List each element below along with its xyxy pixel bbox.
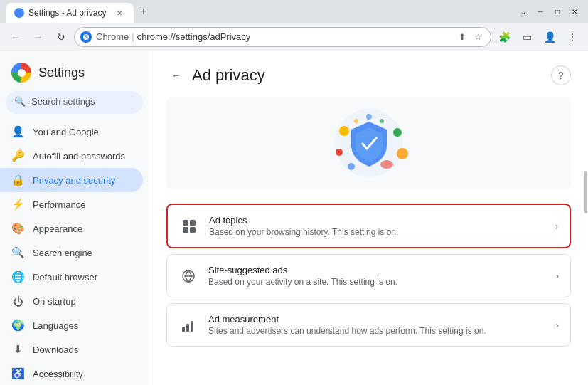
accessibility-icon: ♿ [11, 367, 24, 380]
sidebar-item-label: Downloads [33, 344, 78, 355]
maximize-button[interactable]: □ [550, 4, 565, 19]
svg-point-8 [366, 114, 372, 120]
main-layout: Settings 🔍 Search settings 👤 You and Goo… [0, 51, 588, 385]
sidebar: Settings 🔍 Search settings 👤 You and Goo… [0, 51, 149, 385]
ad-measurement-item[interactable]: Ad measurement Sites and advertisers can… [166, 303, 571, 347]
sidebar-item-label: Autofill and passwords [33, 151, 125, 162]
sidebar-item-label: Accessibility [33, 369, 83, 379]
sidebar-item-label: Privacy and security [33, 175, 115, 186]
extensions-button[interactable]: 🧩 [494, 27, 514, 47]
performance-icon: ⚡ [11, 198, 24, 211]
reload-button[interactable]: ↻ [51, 27, 71, 47]
titlebar: Settings - Ad privacy ✕ + ⌄ ─ □ ✕ [0, 0, 588, 23]
sidebar-item-on-startup[interactable]: ⏻ On startup [0, 289, 143, 313]
ad-measurement-content: Ad measurement Sites and advertisers can… [208, 314, 546, 336]
tab-close-button[interactable]: ✕ [114, 7, 125, 19]
ad-measurement-desc: Sites and advertisers can understand how… [208, 326, 546, 336]
sidebar-item-label: Default browser [33, 272, 97, 283]
ad-topics-item[interactable]: Ad topics Based on your browsing history… [166, 204, 571, 248]
svg-rect-18 [186, 324, 189, 332]
sidebar-item-label: Search engine [33, 248, 92, 258]
svg-rect-12 [190, 220, 196, 226]
sidebar-item-performance[interactable]: ⚡ Performance [0, 192, 143, 216]
page-header-left: ← Ad privacy [166, 65, 265, 85]
site-suggested-ads-arrow: › [556, 271, 559, 281]
sidebar-item-label: On startup [33, 296, 76, 307]
svg-rect-19 [191, 321, 193, 332]
ad-topics-arrow: › [555, 221, 558, 231]
site-info-icon[interactable] [80, 31, 92, 43]
sidebar-item-autofill[interactable]: 🔑 Autofill and passwords [0, 144, 143, 168]
bookmark-button[interactable]: ☆ [471, 30, 485, 44]
titlebar-left: Settings - Ad privacy ✕ + [6, 1, 515, 21]
content-area: ← Ad privacy ? [149, 51, 588, 385]
chrome-logo [11, 63, 31, 83]
close-button[interactable]: ✕ [567, 4, 582, 19]
ad-measurement-icon [178, 315, 198, 335]
chevron-down-button[interactable]: ⌄ [515, 4, 531, 19]
back-button[interactable]: ← [6, 27, 26, 47]
ad-measurement-title: Ad measurement [208, 314, 546, 325]
search-bar[interactable]: 🔍 Search settings [6, 91, 143, 114]
sidebar-item-label: Appearance [33, 223, 82, 234]
downloads-icon: ⬇ [11, 343, 24, 356]
ad-topics-desc: Based on your browsing history. This set… [209, 227, 545, 237]
sidebar-item-label: You and Google [33, 127, 99, 137]
ad-topics-title: Ad topics [209, 215, 545, 226]
you-and-google-icon: 👤 [11, 125, 24, 138]
menu-button[interactable]: ⋮ [562, 27, 582, 47]
ad-topics-content: Ad topics Based on your browsing history… [209, 215, 545, 237]
address-bar[interactable]: Chrome | chrome://settings/adPrivacy ⬆ ☆ [74, 27, 491, 47]
sidebar-item-you-and-google[interactable]: 👤 You and Google [0, 120, 143, 144]
cast-button[interactable]: ▭ [517, 27, 537, 47]
sidebar-item-search-engine[interactable]: 🔍 Search engine [0, 241, 143, 265]
new-tab-button[interactable]: + [134, 1, 154, 21]
sidebar-item-languages[interactable]: 🌍 Languages [0, 313, 143, 337]
appearance-icon: 🎨 [11, 222, 24, 235]
site-suggested-ads-desc: Based on your activity on a site. This s… [208, 277, 546, 287]
languages-icon: 🌍 [11, 319, 24, 332]
ad-topics-icon [179, 216, 199, 236]
svg-rect-14 [190, 227, 196, 233]
search-placeholder: Search settings [31, 96, 95, 107]
address-text: Chrome | chrome://settings/adPrivacy [96, 31, 451, 42]
default-browser-icon: 🌐 [11, 270, 24, 283]
sidebar-item-appearance[interactable]: 🎨 Appearance [0, 216, 143, 241]
address-brand: Chrome [96, 31, 129, 42]
privacy-icon: 🔒 [11, 174, 24, 186]
page-header: ← Ad privacy ? [166, 65, 571, 85]
minimize-button[interactable]: ─ [533, 4, 548, 19]
sidebar-title: Settings [38, 65, 85, 80]
page-title: Ad privacy [192, 66, 265, 85]
sidebar-item-accessibility[interactable]: ♿ Accessibility [0, 362, 143, 385]
sidebar-item-downloads[interactable]: ⬇ Downloads [0, 337, 143, 362]
address-actions: ⬆ ☆ [455, 30, 485, 44]
sidebar-item-default-browser[interactable]: 🌐 Default browser [0, 265, 143, 289]
svg-point-2 [339, 126, 349, 136]
svg-point-5 [397, 148, 408, 159]
forward-button[interactable]: → [28, 27, 48, 47]
tab-favicon [14, 8, 24, 18]
sidebar-item-label: Performance [33, 199, 85, 210]
svg-point-3 [393, 128, 402, 137]
window-controls: ⌄ ─ □ ✕ [515, 4, 582, 19]
svg-rect-17 [182, 327, 185, 332]
address-url: chrome://settings/adPrivacy [137, 31, 251, 42]
svg-rect-13 [183, 227, 188, 233]
active-tab[interactable]: Settings - Ad privacy ✕ [6, 3, 134, 23]
back-navigation-button[interactable]: ← [166, 65, 186, 85]
help-button[interactable]: ? [551, 65, 571, 85]
site-suggested-ads-item[interactable]: Site-suggested ads Based on your activit… [166, 254, 571, 297]
address-separator: | [132, 31, 134, 42]
site-suggested-ads-content: Site-suggested ads Based on your activit… [208, 265, 546, 287]
svg-point-4 [336, 149, 343, 156]
share-button[interactable]: ⬆ [455, 30, 469, 44]
site-suggested-ads-icon [178, 266, 198, 286]
sidebar-item-label: Languages [33, 320, 78, 331]
sidebar-item-privacy[interactable]: 🔒 Privacy and security [0, 168, 143, 192]
profile-button[interactable]: 👤 [540, 27, 560, 47]
svg-rect-11 [183, 220, 188, 226]
search-engine-icon: 🔍 [11, 246, 24, 259]
search-icon: 🔍 [14, 96, 26, 107]
svg-point-9 [354, 119, 358, 123]
